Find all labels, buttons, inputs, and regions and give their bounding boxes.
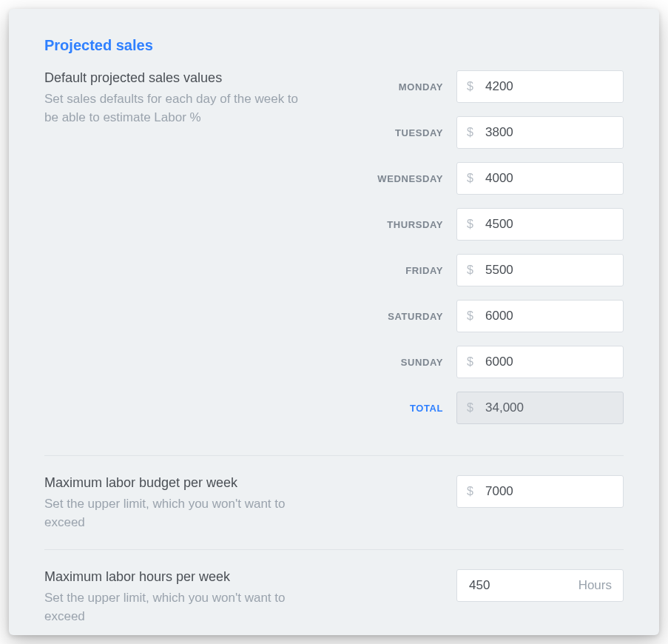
labor-budget-title: Maximum labor budget per week	[44, 475, 313, 491]
defaults-title: Default projected sales values	[44, 70, 313, 86]
day-label-total: TOTAL	[410, 403, 443, 414]
divider	[44, 549, 624, 550]
input-wrap-friday: $	[456, 254, 624, 286]
sales-input-monday[interactable]	[456, 70, 624, 103]
day-row-thursday: THURSDAY $	[343, 208, 624, 241]
projected-sales-row: Default projected sales values Set sales…	[44, 70, 624, 437]
sales-input-wednesday[interactable]	[456, 162, 624, 195]
day-label-saturday: SATURDAY	[388, 311, 443, 322]
day-row-tuesday: TUESDAY $	[343, 116, 624, 149]
input-wrap-tuesday: $	[456, 116, 624, 149]
labor-budget-input-col: $	[343, 475, 624, 508]
defaults-description: Set sales defaults for each day of the w…	[44, 90, 313, 127]
sales-total-readonly	[456, 392, 624, 424]
labor-hours-input-col: Hours	[343, 569, 624, 602]
labor-hours-description: Set the upper limit, which you won't wan…	[44, 589, 313, 625]
labor-hours-input[interactable]	[456, 569, 624, 602]
sales-input-tuesday[interactable]	[456, 116, 624, 149]
settings-card: Projected sales Default projected sales …	[9, 9, 659, 635]
day-label-thursday: THURSDAY	[387, 219, 443, 230]
day-row-monday: MONDAY $	[343, 70, 624, 103]
input-wrap-sunday: $	[456, 346, 624, 378]
input-wrap-total: $	[456, 392, 624, 424]
sales-input-saturday[interactable]	[456, 300, 624, 332]
day-label-friday: FRIDAY	[405, 265, 443, 276]
day-label-sunday: SUNDAY	[401, 357, 443, 368]
day-label-monday: MONDAY	[399, 81, 443, 93]
labor-budget-description: Set the upper limit, which you won't wan…	[44, 495, 313, 531]
day-row-wednesday: WEDNESDAY $	[343, 162, 624, 195]
sales-input-thursday[interactable]	[456, 208, 624, 241]
section-title: Projected sales	[44, 37, 624, 54]
labor-budget-row: Maximum labor budget per week Set the up…	[44, 475, 624, 531]
projected-sales-inputs-col: MONDAY $ TUESDAY $ WEDNESDAY $	[343, 70, 624, 437]
sales-input-friday[interactable]	[456, 254, 624, 286]
day-row-total: TOTAL $	[343, 392, 624, 424]
day-row-friday: FRIDAY $	[343, 254, 624, 286]
day-row-sunday: SUNDAY $	[343, 346, 624, 378]
labor-budget-input[interactable]	[456, 475, 624, 508]
sales-input-sunday[interactable]	[456, 346, 624, 378]
input-wrap-thursday: $	[456, 208, 624, 241]
input-wrap-saturday: $	[456, 300, 624, 332]
input-wrap-labor-hours: Hours	[456, 569, 624, 602]
labor-hours-description-col: Maximum labor hours per week Set the upp…	[44, 569, 313, 625]
input-wrap-wednesday: $	[456, 162, 624, 195]
labor-hours-title: Maximum labor hours per week	[44, 569, 313, 585]
divider	[44, 455, 624, 456]
input-wrap-monday: $	[456, 70, 624, 103]
labor-hours-row: Maximum labor hours per week Set the upp…	[44, 569, 624, 625]
day-label-tuesday: TUESDAY	[395, 127, 443, 138]
day-row-saturday: SATURDAY $	[343, 300, 624, 332]
projected-sales-description-col: Default projected sales values Set sales…	[44, 70, 313, 127]
input-wrap-labor-budget: $	[456, 475, 624, 508]
labor-budget-description-col: Maximum labor budget per week Set the up…	[44, 475, 313, 531]
day-label-wednesday: WEDNESDAY	[377, 173, 443, 184]
